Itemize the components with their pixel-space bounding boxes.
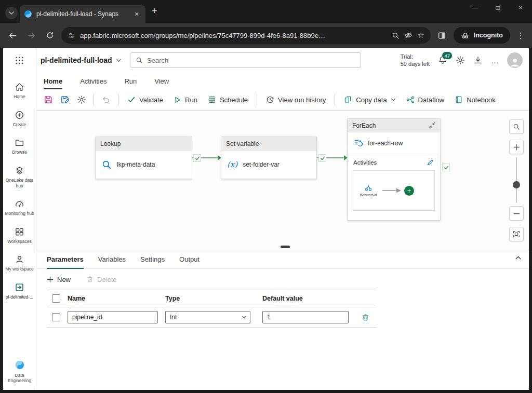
chevron-down-icon bbox=[242, 315, 247, 320]
pipeline-canvas[interactable]: Lookup lkp-meta-data Set variable (x) se… bbox=[36, 111, 529, 250]
zoom-slider-handle[interactable] bbox=[513, 181, 520, 188]
refresh-icon[interactable] bbox=[43, 28, 57, 43]
tab-search-icon[interactable] bbox=[5, 7, 18, 19]
if-condition-activity[interactable]: if-correct-id bbox=[357, 184, 379, 197]
collapse-icon[interactable] bbox=[429, 122, 435, 129]
foreach-activity-row[interactable]: for-each-row bbox=[348, 132, 440, 154]
tab-close-icon[interactable]: × bbox=[132, 9, 141, 19]
parameter-type-select[interactable]: Int bbox=[165, 311, 250, 323]
set-variable-node[interactable]: Set variable (x) set-folder-var bbox=[221, 137, 317, 179]
tab-parameters[interactable]: Parameters bbox=[47, 250, 84, 268]
panel-collapse-icon[interactable] bbox=[515, 254, 522, 261]
maximize-icon[interactable]: □ bbox=[486, 0, 509, 16]
forward-icon[interactable] bbox=[24, 28, 38, 43]
zoom-in-button[interactable] bbox=[509, 140, 524, 154]
validate-button[interactable]: Validate bbox=[123, 92, 168, 107]
sidebar-item-pipeline[interactable]: pl-delimited-... bbox=[3, 281, 36, 301]
row-checkbox[interactable] bbox=[52, 313, 60, 321]
browser-menu-icon[interactable]: ⋮ bbox=[514, 31, 527, 40]
divider bbox=[335, 94, 335, 105]
incognito-badge[interactable]: Incognito bbox=[454, 27, 510, 44]
divider bbox=[94, 94, 94, 105]
chevron-down-icon bbox=[391, 97, 396, 102]
delete-parameter-button[interactable]: Delete bbox=[86, 276, 117, 283]
minimize-icon[interactable]: — bbox=[463, 0, 486, 16]
save-as-button[interactable] bbox=[57, 92, 73, 107]
global-search[interactable] bbox=[130, 52, 361, 68]
header-overflow-icon[interactable]: … bbox=[491, 56, 499, 65]
tab-variables[interactable]: Variables bbox=[98, 250, 126, 268]
panel-resize-handle[interactable] bbox=[281, 246, 290, 248]
sidebar-item-create[interactable]: Create bbox=[3, 109, 36, 129]
canvas-search-button[interactable] bbox=[509, 119, 524, 134]
favorite-star-icon[interactable]: ☆ bbox=[417, 31, 424, 40]
avatar[interactable] bbox=[507, 52, 523, 68]
panel-tabs: Parameters Variables Settings Output bbox=[36, 250, 529, 269]
pipeline-title[interactable]: pl-delimited-full-load bbox=[41, 56, 122, 64]
browser-tab[interactable]: pl-delimited-full-load - Synaps × bbox=[20, 5, 145, 23]
select-all-checkbox[interactable] bbox=[52, 294, 60, 303]
tab-run[interactable]: Run bbox=[124, 73, 137, 89]
activities-label: Activities bbox=[353, 159, 377, 166]
browser-chrome: pl-delimited-full-load - Synaps × + — □ … bbox=[0, 0, 532, 48]
divider bbox=[118, 94, 118, 105]
undo-button[interactable] bbox=[98, 92, 114, 107]
ribbon-tabs: Home Activities Run View bbox=[36, 73, 529, 89]
tab-settings[interactable]: Settings bbox=[140, 250, 165, 268]
tab-title: pl-delimited-full-load - Synaps bbox=[36, 10, 128, 18]
set-variable-node-name: set-folder-var bbox=[243, 161, 280, 168]
parameter-name-input[interactable] bbox=[68, 311, 158, 323]
zoom-icon[interactable] bbox=[392, 32, 400, 39]
main-area: pl-delimited-full-load Trial: 59 days le… bbox=[36, 48, 529, 390]
close-icon[interactable]: × bbox=[509, 0, 532, 16]
back-icon[interactable] bbox=[5, 28, 20, 43]
url-bar[interactable]: app.fabric.microsoft.com/groups/me/pipel… bbox=[61, 27, 431, 44]
add-activity-button[interactable]: + bbox=[404, 186, 414, 196]
new-parameter-button[interactable]: New bbox=[47, 276, 71, 283]
sidebar-item-monitoring[interactable]: Monitoring hub bbox=[3, 198, 36, 218]
zoom-to-fit-button[interactable] bbox=[509, 227, 524, 241]
new-tab-button[interactable]: + bbox=[152, 6, 157, 17]
zoom-slider[interactable] bbox=[516, 157, 517, 203]
tab-output[interactable]: Output bbox=[179, 250, 200, 268]
sidebar-item-onelake[interactable]: OneLake data hub bbox=[3, 165, 36, 189]
foreach-inner-canvas[interactable]: if-correct-id + bbox=[353, 170, 435, 211]
schedule-button[interactable]: Schedule bbox=[203, 92, 252, 107]
settings-button[interactable] bbox=[456, 56, 465, 65]
tab-view[interactable]: View bbox=[154, 73, 169, 89]
copy-data-button[interactable]: Copy data bbox=[339, 92, 400, 107]
lookup-node[interactable]: Lookup lkp-meta-data bbox=[95, 137, 192, 179]
sidebar-item-browse[interactable]: Browse bbox=[3, 137, 36, 156]
download-button[interactable] bbox=[473, 56, 483, 65]
set-variable-icon: (x) bbox=[227, 160, 237, 169]
search-input[interactable] bbox=[147, 57, 355, 64]
notifications-button[interactable]: 47 bbox=[438, 56, 447, 65]
run-button[interactable]: Run bbox=[169, 92, 202, 107]
run-play-icon bbox=[174, 96, 181, 104]
foreach-node[interactable]: ForEach for-each-row Activities if-corre… bbox=[347, 118, 441, 221]
tab-home[interactable]: Home bbox=[44, 73, 62, 89]
save-button[interactable] bbox=[41, 92, 56, 107]
sidebar-item-home[interactable]: Home bbox=[3, 81, 36, 101]
browse-icon bbox=[15, 138, 24, 147]
pipeline-settings-button[interactable] bbox=[74, 92, 89, 107]
notebook-button[interactable]: Notebook bbox=[450, 92, 500, 107]
sidebar-item-workspaces[interactable]: Workspaces bbox=[3, 226, 36, 246]
split-screen-icon[interactable] bbox=[435, 28, 449, 43]
view-run-history-button[interactable]: View run history bbox=[261, 92, 330, 107]
media-blocked-icon[interactable] bbox=[404, 31, 413, 39]
site-settings-icon[interactable] bbox=[68, 32, 75, 39]
schedule-icon bbox=[208, 96, 216, 104]
dataflow-button[interactable]: Dataflow bbox=[402, 92, 449, 107]
delete-row-button[interactable] bbox=[362, 314, 369, 321]
tab-activities[interactable]: Activities bbox=[80, 73, 107, 89]
sidebar-item-my-workspace[interactable]: My workspace bbox=[3, 253, 36, 273]
gear-icon bbox=[77, 95, 86, 104]
parameter-default-input[interactable] bbox=[262, 311, 349, 323]
edit-pencil-icon[interactable] bbox=[427, 158, 434, 166]
zoom-out-button[interactable] bbox=[509, 206, 524, 221]
browser-toolbar: app.fabric.microsoft.com/groups/me/pipel… bbox=[0, 23, 532, 48]
browser-tabstrip: pl-delimited-full-load - Synaps × + — □ … bbox=[0, 0, 532, 23]
sidebar-item-data-engineering[interactable]: Data Engineering bbox=[3, 358, 36, 385]
waffle-menu-icon[interactable] bbox=[3, 48, 36, 73]
